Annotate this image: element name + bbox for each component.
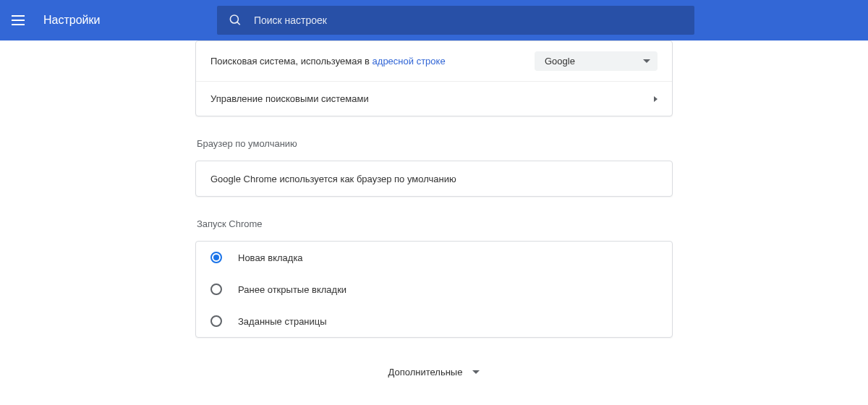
content: Поисковая система, используемая в адресн… xyxy=(195,40,673,378)
search-icon xyxy=(229,13,242,27)
default-browser-card: Google Chrome используется как браузер п… xyxy=(195,161,673,197)
startup-option-continue[interactable]: Ранее открытые вкладки xyxy=(196,273,672,305)
search-engine-label: Поисковая система, используемая в адресн… xyxy=(210,56,535,67)
radio-icon xyxy=(210,315,222,327)
startup-option-specific[interactable]: Заданные страницы xyxy=(196,305,672,337)
startup-option-label: Ранее открытые вкладки xyxy=(238,284,346,295)
page-title: Настройки xyxy=(43,14,100,27)
search-engine-card: Поисковая система, используемая в адресн… xyxy=(195,40,673,116)
startup-title: Запуск Chrome xyxy=(197,218,673,229)
search-input[interactable] xyxy=(254,14,683,26)
startup-option-new-tab[interactable]: Новая вкладка xyxy=(196,242,672,273)
advanced-label: Дополнительные xyxy=(388,367,463,378)
chevron-down-icon xyxy=(643,59,650,63)
startup-option-label: Заданные страницы xyxy=(238,316,327,327)
address-bar-link[interactable]: адресной строке xyxy=(373,56,446,67)
search-box[interactable] xyxy=(217,6,694,35)
header: Настройки xyxy=(0,0,868,40)
search-engine-select[interactable]: Google xyxy=(535,51,658,71)
svg-point-0 xyxy=(230,15,238,23)
chevron-right-icon xyxy=(654,96,658,102)
search-engine-row: Поисковая система, используемая в адресн… xyxy=(196,41,672,81)
chevron-down-icon xyxy=(472,370,480,374)
default-browser-title: Браузер по умолчанию xyxy=(197,138,673,149)
manage-search-engines-label: Управление поисковыми системами xyxy=(210,93,654,104)
startup-card: Новая вкладка Ранее открытые вкладки Зад… xyxy=(195,241,673,338)
svg-line-1 xyxy=(237,22,240,25)
radio-icon xyxy=(210,284,222,295)
search-engine-selected: Google xyxy=(545,56,575,67)
default-browser-status: Google Chrome используется как браузер п… xyxy=(210,174,456,184)
advanced-button[interactable]: Дополнительные xyxy=(195,367,673,378)
radio-icon xyxy=(210,252,222,263)
default-browser-status-row: Google Chrome используется как браузер п… xyxy=(196,161,672,196)
startup-option-label: Новая вкладка xyxy=(238,252,303,263)
search-engine-label-text: Поисковая система, используемая в xyxy=(210,56,373,67)
manage-search-engines-row[interactable]: Управление поисковыми системами xyxy=(196,81,672,116)
menu-icon[interactable] xyxy=(12,12,29,29)
